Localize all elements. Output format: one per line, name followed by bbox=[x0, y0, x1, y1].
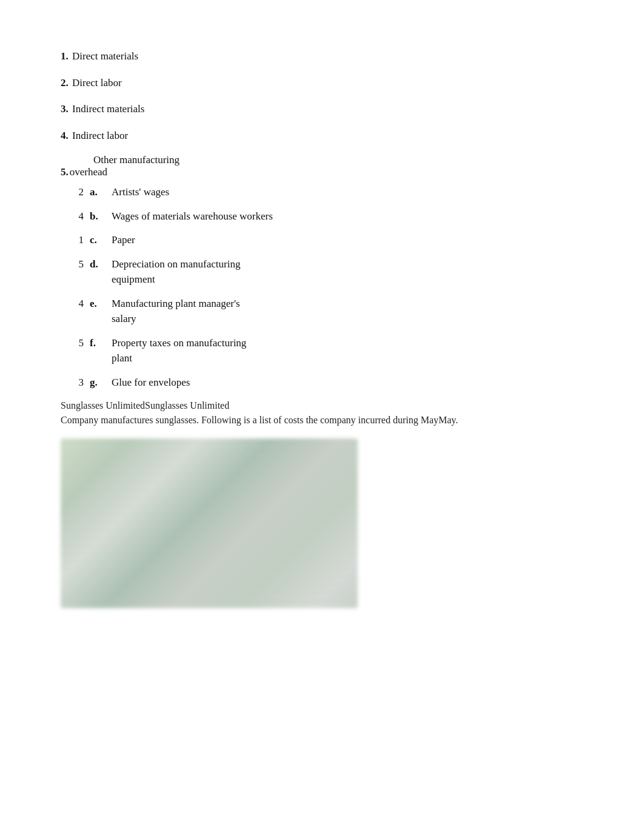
sub-item-b: 4 b. Wages of materials warehouse worker… bbox=[67, 209, 608, 224]
sub-item-c: 1 c. Paper bbox=[67, 232, 608, 248]
item-label-2: Direct labor bbox=[72, 77, 122, 89]
list-item-1: 1. Direct materials bbox=[61, 49, 608, 64]
item-5-overhead: 5. overhead bbox=[61, 166, 608, 178]
sub-item-f: 5 f. Property taxes on manufacturing pla… bbox=[67, 335, 608, 366]
sub-text-e-line1: Manufacturing plant manager's bbox=[112, 296, 608, 312]
item-number-4: 4. bbox=[61, 130, 69, 141]
sub-num-e: 4 bbox=[67, 296, 84, 312]
sub-item-e: 4 e. Manufacturing plant manager's salar… bbox=[67, 296, 608, 327]
sub-item-a: 2 a. Artists' wages bbox=[67, 184, 608, 200]
list-item-4: 4. Indirect labor bbox=[61, 128, 608, 144]
sub-text-e-line2: salary bbox=[112, 311, 608, 327]
list-item-5-group: Other manufacturing 5. overhead bbox=[61, 154, 608, 178]
item-number-2: 2. bbox=[61, 77, 69, 89]
sub-text-c: Paper bbox=[112, 232, 608, 248]
sub-text-d: Depreciation on manufacturing equipment bbox=[112, 257, 608, 287]
sub-text-f-line1: Property taxes on manufacturing bbox=[112, 335, 608, 351]
item-number-1: 1. bbox=[61, 50, 69, 62]
sub-letter-a: a. bbox=[90, 184, 107, 200]
footer-line1: Sunglasses UnlimitedSunglasses Unlimited bbox=[61, 398, 608, 413]
sub-letter-g: g. bbox=[90, 375, 107, 391]
item-label-3: Indirect materials bbox=[72, 103, 144, 115]
item-label-5: overhead bbox=[70, 166, 107, 178]
item-number-5: 5. bbox=[61, 166, 69, 178]
sub-text-f: Property taxes on manufacturing plant bbox=[112, 335, 608, 366]
sub-num-f: 5 bbox=[67, 335, 84, 351]
footer-section: Sunglasses UnlimitedSunglasses Unlimited… bbox=[61, 398, 608, 428]
sub-letter-b: b. bbox=[90, 209, 107, 224]
footer-line2: Company manufactures sunglasses. Followi… bbox=[61, 413, 608, 428]
item-label-4: Indirect labor bbox=[72, 130, 128, 141]
sub-text-b: Wages of materials warehouse workers bbox=[112, 209, 608, 224]
sub-list: 2 a. Artists' wages 4 b. Wages of materi… bbox=[67, 184, 608, 390]
sub-num-d: 5 bbox=[67, 257, 84, 272]
sub-letter-d: d. bbox=[90, 257, 107, 272]
item-number-3: 3. bbox=[61, 103, 69, 115]
sub-num-a: 2 bbox=[67, 184, 84, 200]
other-manufacturing-text: Other manufacturing bbox=[93, 154, 608, 166]
list-item-3: 3. Indirect materials bbox=[61, 101, 608, 117]
sub-text-a: Artists' wages bbox=[112, 184, 608, 200]
sub-item-d: 5 d. Depreciation on manufacturing equip… bbox=[67, 257, 608, 287]
sub-text-f-line2: plant bbox=[112, 350, 608, 366]
sub-num-c: 1 bbox=[67, 232, 84, 248]
sub-item-g: 3 g. Glue for envelopes bbox=[67, 375, 608, 391]
list-item-2: 2. Direct labor bbox=[61, 75, 608, 91]
sub-text-e: Manufacturing plant manager's salary bbox=[112, 296, 608, 327]
sub-letter-c: c. bbox=[90, 232, 107, 248]
sub-num-b: 4 bbox=[67, 209, 84, 224]
sub-letter-e: e. bbox=[90, 296, 107, 312]
main-list: 1. Direct materials 2. Direct labor 3. I… bbox=[61, 49, 608, 143]
sub-num-g: 3 bbox=[67, 375, 84, 391]
sub-text-d-line2: equipment bbox=[112, 272, 608, 287]
blurred-table-image bbox=[61, 438, 358, 608]
item-label-1: Direct materials bbox=[72, 50, 138, 62]
sub-text-g: Glue for envelopes bbox=[112, 375, 608, 391]
sub-text-d-line1: Depreciation on manufacturing bbox=[112, 257, 608, 272]
sub-letter-f: f. bbox=[90, 335, 107, 351]
